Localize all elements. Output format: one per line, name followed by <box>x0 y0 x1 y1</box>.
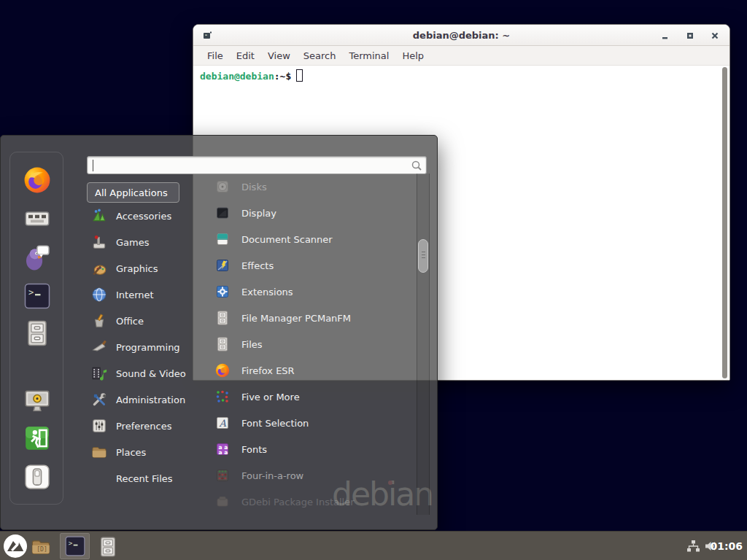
file-manager-icon <box>215 311 230 325</box>
category-label: Office <box>116 316 144 327</box>
app-label: Document Scanner <box>241 234 333 245</box>
administration-icon <box>91 392 107 408</box>
app-font-selection[interactable]: A Font Selection <box>208 410 414 436</box>
menu-item-search[interactable]: Search <box>297 47 343 64</box>
shut-down-icon <box>23 463 51 491</box>
category-recent-files[interactable]: Recent Files <box>87 465 204 491</box>
terminal-cursor <box>296 69 303 82</box>
file-cabinet-icon <box>98 537 118 557</box>
filter-all-applications[interactable]: All Applications <box>87 182 179 203</box>
display-icon <box>215 206 230 220</box>
menu-scrollbar-thumb[interactable] <box>418 239 428 273</box>
category-games[interactable]: Games <box>87 229 204 255</box>
menu-item-terminal[interactable]: Terminal <box>342 47 395 64</box>
pidgin-icon <box>23 244 51 271</box>
app-label: Display <box>241 208 276 219</box>
minimize-button[interactable] <box>661 31 670 40</box>
search-input[interactable] <box>88 157 426 174</box>
terminal-window-icon <box>203 31 212 40</box>
network-tray-item[interactable] <box>686 532 700 560</box>
network-icon <box>686 539 700 553</box>
menu-button-icon <box>3 534 28 559</box>
category-label: Internet <box>116 289 154 300</box>
games-icon <box>91 234 107 250</box>
taskbar-window-terminal[interactable] <box>60 533 90 559</box>
category-label: Places <box>116 447 146 458</box>
shut-down-button[interactable] <box>23 462 52 491</box>
favorite-firefox[interactable] <box>23 166 52 195</box>
four-in-a-row-icon <box>215 468 230 483</box>
app-files[interactable]: Files <box>208 331 414 357</box>
gdebi-icon <box>215 494 230 509</box>
lock-screen-button[interactable] <box>23 386 52 415</box>
favorite-file-manager[interactable] <box>23 319 52 348</box>
category-administration[interactable]: Administration <box>87 386 204 413</box>
menu-item-edit[interactable]: Edit <box>230 47 261 64</box>
files-launcher[interactable]: [D] <box>30 536 52 558</box>
menu-item-file[interactable]: File <box>201 47 230 64</box>
menu-button[interactable] <box>3 534 28 559</box>
menu-item-help[interactable]: Help <box>395 47 430 64</box>
favorites-column <box>9 152 63 505</box>
category-places[interactable]: Places <box>87 439 204 465</box>
app-label: GDebi Package Installer <box>241 497 355 508</box>
app-four-in-a-row[interactable]: Four-in-a-row <box>208 462 414 489</box>
app-label: Font Selection <box>241 418 309 429</box>
sound-video-icon <box>91 365 107 381</box>
svg-text:[D]: [D] <box>36 545 47 553</box>
taskbar-clock[interactable]: 01:06 <box>710 532 743 560</box>
firefox-icon <box>23 166 51 194</box>
favorite-pidgin[interactable] <box>23 243 52 272</box>
terminal-icon <box>24 283 50 309</box>
app-disks[interactable]: Disks <box>208 174 414 200</box>
app-document-scanner[interactable]: Document Scanner <box>208 226 414 252</box>
app-extensions[interactable]: Extensions <box>208 279 414 305</box>
preferences-icon <box>91 418 107 434</box>
category-preferences[interactable]: Preferences <box>87 413 204 439</box>
category-office[interactable]: Office <box>87 308 204 334</box>
text-caret <box>93 160 93 171</box>
app-label: Extensions <box>241 287 293 298</box>
close-button[interactable] <box>711 31 719 40</box>
category-accessories[interactable]: Accessories <box>87 203 204 229</box>
app-label: Disks <box>241 182 267 192</box>
menu-item-view[interactable]: View <box>261 47 297 64</box>
app-file-manager-pcmanfm[interactable]: File Manager PCManFM <box>208 305 414 331</box>
window-title: debian@debian: ~ <box>413 30 510 41</box>
menu-scrollbar[interactable] <box>417 174 430 515</box>
category-label: Graphics <box>116 263 158 274</box>
font-selection-icon: A <box>215 416 230 430</box>
log-out-icon <box>23 424 51 452</box>
places-icon <box>91 444 107 460</box>
app-label: Fonts <box>241 444 267 455</box>
disks-icon <box>215 179 230 194</box>
favorite-terminal[interactable] <box>23 281 52 311</box>
terminal-menubar: File Edit View Search Terminal Help <box>193 46 729 66</box>
maximize-button[interactable] <box>686 31 694 40</box>
favorite-keyboard[interactable] <box>23 204 52 233</box>
log-out-button[interactable] <box>23 424 52 453</box>
terminal-scrollbar-thumb[interactable] <box>722 67 727 378</box>
app-display[interactable]: Display <box>208 200 414 226</box>
file-cabinet-icon <box>24 320 50 346</box>
category-programming[interactable]: Programming <box>87 334 204 360</box>
desktop: debian debian@debian: ~ <box>0 0 747 560</box>
category-internet[interactable]: Internet <box>87 281 204 308</box>
accessories-icon <box>91 208 107 224</box>
prompt-user: debian@debian <box>200 71 274 82</box>
app-label: Five or More <box>241 392 300 402</box>
terminal-titlebar[interactable]: debian@debian: ~ <box>193 25 729 46</box>
app-firefox-esr[interactable]: Firefox ESR <box>208 357 414 384</box>
app-five-or-more[interactable]: Five or More <box>208 384 414 410</box>
taskbar-window-file-manager[interactable] <box>96 535 120 559</box>
application-menu: All Applications Accessories Games <box>0 135 438 530</box>
svg-text:a a: a a <box>219 449 228 456</box>
category-graphics[interactable]: Graphics <box>87 255 204 281</box>
app-gdebi-package-installer[interactable]: GDebi Package Installer <box>208 489 414 515</box>
terminal-scrollbar[interactable] <box>721 67 728 378</box>
category-sound-video[interactable]: Sound & Video <box>87 360 204 386</box>
terminal-icon <box>65 536 85 556</box>
app-fonts[interactable]: a a a a Fonts <box>208 436 414 462</box>
app-effects[interactable]: Effects <box>208 252 414 279</box>
prompt-path: :~$ <box>274 71 291 82</box>
